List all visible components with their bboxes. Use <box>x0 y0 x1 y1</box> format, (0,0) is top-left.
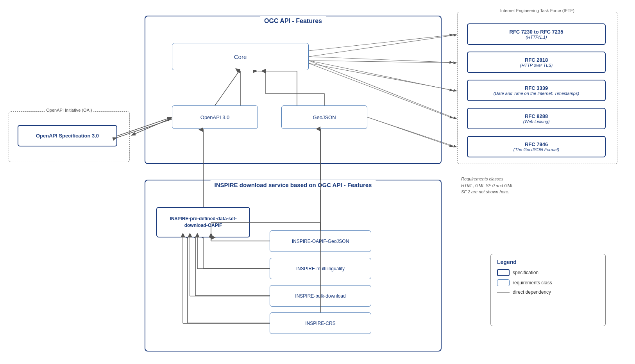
ogc-api-title: OGC API - Features <box>260 16 326 26</box>
rfc8288-box: RFC 8288 (Web Linking) <box>467 108 606 129</box>
openapi30-box: OpenAPI 3.0 <box>172 105 258 129</box>
legend-dep-icon <box>497 292 510 293</box>
rfc7230-box: RFC 7230 to RFC 7235 (HTTP/1.1) <box>467 23 606 45</box>
note-text: Requirements classes HTML, GML SF 0 and … <box>461 176 539 195</box>
ogc-api-container: OGC API - Features <box>145 16 442 164</box>
legend-req-item: requirements class <box>497 279 599 286</box>
diagram-container: OGC API - Features Core OpenAPI 3.0 GeoJ… <box>0 0 635 364</box>
ietf-title: Internet Engineering Task Force (IETF) <box>499 8 576 13</box>
legend-req-icon <box>497 279 510 286</box>
legend-title: Legend <box>497 259 599 265</box>
legend-spec-icon <box>497 269 510 276</box>
inspire-crs-box: INSPIRE-CRS <box>270 312 371 334</box>
legend-box: Legend specification requirements class … <box>490 254 606 326</box>
core-box: Core <box>172 43 309 70</box>
rfc3339-box: RFC 3339 (Date and Time on the Internet:… <box>467 80 606 101</box>
legend-dep-item: direct dependency <box>497 289 599 295</box>
inspire-oapif-box: INSPIRE-pre-defined-data-set- download-O… <box>156 207 250 237</box>
openapi-spec-box: OpenAPI Specification 3.0 <box>18 125 117 146</box>
inspire-bulk-box: INSPIRE-bulk-download <box>270 285 371 307</box>
rfc7946-box: RFC 7946 (The GeoJSON Format) <box>467 136 606 157</box>
inspire-geojson-box: INSPIRE-OAPIF-GeoJSON <box>270 230 371 252</box>
oai-title: OpenAPI Initiative (OAI) <box>45 108 93 112</box>
rfc2818-box: RFC 2818 (HTTP over TLS) <box>467 52 606 73</box>
inspire-title: INSPIRE download service based on OGC AP… <box>211 180 376 190</box>
legend-spec-item: specification <box>497 269 599 276</box>
geojson-box: GeoJSON <box>281 105 367 129</box>
inspire-multilingual-box: INSPIRE-multilinguality <box>270 258 371 279</box>
